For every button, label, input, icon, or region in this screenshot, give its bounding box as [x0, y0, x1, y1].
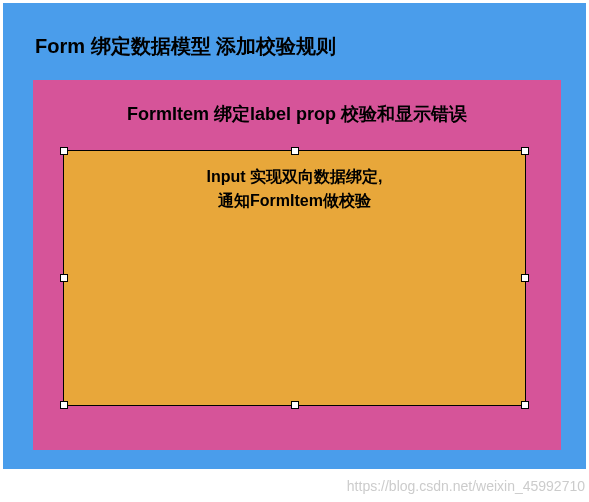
selection-handle-middle-left[interactable] [60, 274, 68, 282]
input-title: Input 实现双向数据绑定, 通知FormItem做校验 [64, 165, 525, 213]
watermark: https://blog.csdn.net/weixin_45992710 [347, 478, 585, 494]
selection-handle-top-left[interactable] [60, 147, 68, 155]
formitem-title: FormItem 绑定label prop 校验和显示错误 [63, 102, 531, 126]
form-title: Form 绑定数据模型 添加校验规则 [27, 33, 562, 60]
input-layer: Input 实现双向数据绑定, 通知FormItem做校验 [63, 150, 526, 406]
selection-handle-top-middle[interactable] [291, 147, 299, 155]
selection-handle-bottom-right[interactable] [521, 401, 529, 409]
selection-handle-middle-right[interactable] [521, 274, 529, 282]
form-layer: Form 绑定数据模型 添加校验规则 FormItem 绑定label prop… [3, 3, 586, 469]
selection-handle-bottom-left[interactable] [60, 401, 68, 409]
formitem-layer: FormItem 绑定label prop 校验和显示错误 Input 实现双向… [33, 80, 561, 450]
selection-handle-top-right[interactable] [521, 147, 529, 155]
input-line1: Input 实现双向数据绑定, [207, 168, 383, 185]
selection-handle-bottom-middle[interactable] [291, 401, 299, 409]
input-line2: 通知FormItem做校验 [218, 192, 371, 209]
